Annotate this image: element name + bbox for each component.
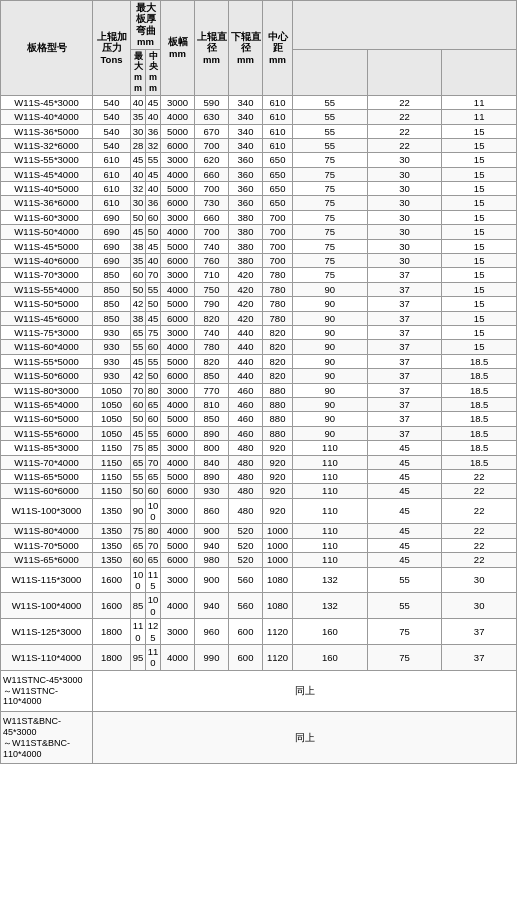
specs-table: 板格型号 上辊加压力Tons 最大板厚弯曲mm 板幅mm 上辊直径mm 下辊直径…	[0, 0, 517, 764]
table-cell: 38	[131, 239, 146, 253]
table-cell: 890	[195, 469, 229, 483]
table-cell: 15	[442, 124, 517, 138]
table-cell: 15	[442, 182, 517, 196]
table-cell: 820	[263, 326, 293, 340]
table-cell: 600	[229, 644, 263, 670]
table-row: W11S-55*400085050554000750420780903715	[1, 282, 517, 296]
table-cell: 75	[293, 225, 368, 239]
table-cell: 340	[229, 124, 263, 138]
table-cell: 3000	[161, 498, 195, 524]
table-cell: 100	[131, 567, 146, 593]
note-model: W11STNC-45*3000 ～W11STNC-110*4000	[1, 670, 93, 711]
table-cell: 380	[229, 254, 263, 268]
table-cell: 45	[146, 311, 161, 325]
table-cell: 45	[367, 484, 442, 498]
table-cell: 690	[93, 254, 131, 268]
table-cell: 30	[367, 167, 442, 181]
table-cell: 18.5	[442, 397, 517, 411]
table-cell: 90	[293, 426, 368, 440]
table-cell: 115	[146, 567, 161, 593]
table-cell: 40	[146, 254, 161, 268]
table-cell: 50	[131, 210, 146, 224]
table-cell: 65	[146, 397, 161, 411]
table-cell: 30	[442, 567, 517, 593]
table-cell: 4000	[161, 340, 195, 354]
table-cell: 700	[195, 138, 229, 152]
table-cell: 780	[263, 268, 293, 282]
table-cell: 75	[293, 153, 368, 167]
table-cell: 6000	[161, 426, 195, 440]
table-row: W11S-45*300054040453000590340610552211	[1, 95, 517, 109]
table-cell: 850	[195, 369, 229, 383]
table-cell: 3000	[161, 383, 195, 397]
table-cell: 90	[293, 282, 368, 296]
table-cell: 45	[367, 455, 442, 469]
table-cell: 880	[263, 412, 293, 426]
table-cell: 650	[263, 153, 293, 167]
table-cell: 18.5	[442, 455, 517, 469]
table-cell: 650	[263, 182, 293, 196]
table-cell: 700	[195, 225, 229, 239]
table-cell: 50	[131, 412, 146, 426]
table-cell: 70	[146, 455, 161, 469]
table-cell: W11S-60*5000	[1, 412, 93, 426]
table-row: W11S-32*600054028326000700340610552215	[1, 138, 517, 152]
table-cell: W11S-70*4000	[1, 455, 93, 469]
table-cell: 760	[195, 254, 229, 268]
table-cell: 620	[195, 153, 229, 167]
table-cell: 1050	[93, 397, 131, 411]
table-row: W11S-40*600069035406000760380700753015	[1, 254, 517, 268]
table-cell: 30	[131, 196, 146, 210]
table-cell: 60	[146, 412, 161, 426]
table-cell: 540	[93, 110, 131, 124]
table-cell: W11S-60*6000	[1, 484, 93, 498]
table-cell: 32	[146, 138, 161, 152]
table-cell: 690	[93, 210, 131, 224]
table-cell: W11S-32*6000	[1, 138, 93, 152]
table-cell: 1350	[93, 524, 131, 538]
table-cell: 380	[229, 239, 263, 253]
table-row: W11S-125*3000180011012530009606001120160…	[1, 619, 517, 645]
table-cell: 650	[263, 167, 293, 181]
table-row: W11S-50*600093042506000850440820903718.5	[1, 369, 517, 383]
table-cell: 90	[293, 297, 368, 311]
table-cell: 1080	[263, 593, 293, 619]
table-cell: W11S-60*4000	[1, 340, 93, 354]
table-cell: 360	[229, 182, 263, 196]
table-cell: 65	[131, 538, 146, 552]
table-cell: 610	[93, 167, 131, 181]
table-cell: W11S-55*3000	[1, 153, 93, 167]
table-cell: 920	[263, 484, 293, 498]
table-cell: 520	[229, 553, 263, 567]
table-cell: 37	[442, 619, 517, 645]
table-cell: 160	[293, 619, 368, 645]
table-cell: 90	[131, 498, 146, 524]
table-cell: W11S-100*4000	[1, 593, 93, 619]
table-cell: 460	[229, 412, 263, 426]
table-cell: 480	[229, 469, 263, 483]
table-cell: 75	[293, 254, 368, 268]
table-cell: 5000	[161, 297, 195, 311]
table-cell: 75	[293, 268, 368, 282]
table-cell: 75	[293, 210, 368, 224]
table-cell: 790	[195, 297, 229, 311]
table-cell: 18.5	[442, 383, 517, 397]
table-cell: 540	[93, 95, 131, 109]
table-cell: 110	[293, 441, 368, 455]
table-cell: 65	[131, 455, 146, 469]
table-cell: 37	[367, 397, 442, 411]
table-cell: W11S-45*6000	[1, 311, 93, 325]
table-cell: 820	[195, 354, 229, 368]
table-cell: 520	[229, 524, 263, 538]
header-center-dist: 中心距mm	[263, 1, 293, 96]
table-row: W11S-50*500085042505000790420780903715	[1, 297, 517, 311]
table-cell: 15	[442, 210, 517, 224]
table-cell: 1350	[93, 553, 131, 567]
table-cell: 1600	[93, 593, 131, 619]
table-cell: W11S-80*4000	[1, 524, 93, 538]
header-pressure: 上辊加压力Tons	[93, 1, 131, 96]
table-row: W11S-70*300085060703000710420780753715	[1, 268, 517, 282]
table-cell: 45	[367, 553, 442, 567]
table-cell: 810	[195, 397, 229, 411]
table-cell: 30	[367, 196, 442, 210]
